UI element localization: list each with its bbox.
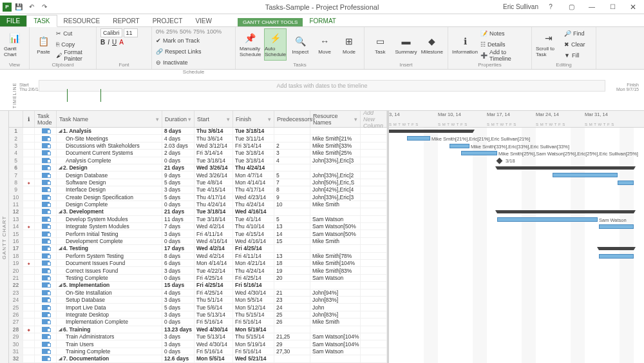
gantt-row[interactable] bbox=[389, 333, 644, 340]
task-row[interactable]: 10Create Design Specification5 daysThu 4… bbox=[9, 194, 387, 201]
gantt-chart-button[interactable]: 📊Gantt Chart bbox=[4, 28, 25, 61]
respect-links-button[interactable]: 🔗Respect Links bbox=[156, 46, 202, 57]
maximize-button[interactable]: ☐ bbox=[604, 1, 621, 14]
find-button[interactable]: 🔎Find bbox=[564, 28, 585, 39]
task-row[interactable]: 29Train Administrators3 daysTue 5/13/14T… bbox=[9, 333, 387, 340]
tab-view[interactable]: VIEW bbox=[189, 15, 218, 26]
bold-button[interactable]: B bbox=[100, 39, 105, 46]
move-button[interactable]: ↔Move bbox=[314, 28, 336, 61]
information-button[interactable]: ℹInformation bbox=[452, 28, 478, 61]
task-row[interactable]: 1◢1. Analysis8 daysThu 3/6/14Tue 3/18/14 bbox=[9, 128, 387, 135]
gantt-row[interactable] bbox=[389, 275, 644, 282]
gantt-row[interactable]: Sam Watson bbox=[389, 216, 644, 223]
task-bar[interactable] bbox=[618, 181, 634, 185]
task-bar[interactable] bbox=[599, 224, 634, 229]
summary-bar[interactable] bbox=[599, 247, 634, 250]
gantt-row[interactable] bbox=[389, 311, 644, 319]
task-row[interactable]: 16Development Complete0 daysWed 4/16/14W… bbox=[9, 238, 387, 245]
gantt-row[interactable] bbox=[389, 348, 644, 355]
qat-save-icon[interactable]: 💾 bbox=[13, 1, 24, 13]
col-duration[interactable]: Duration▾ bbox=[162, 111, 194, 127]
grid-body[interactable]: 1◢1. Analysis8 daysThu 3/6/14Tue 3/18/14… bbox=[9, 128, 387, 363]
font-color-button[interactable]: A bbox=[119, 39, 124, 46]
task-row[interactable]: 9Interface Design3 daysTue 4/15/14Thu 4/… bbox=[9, 186, 387, 193]
task-bar[interactable]: Mike Smith[25%],Sam Watson[25%],Eric[25%… bbox=[461, 151, 497, 155]
tab-report[interactable]: REPORT bbox=[106, 15, 146, 26]
gantt-row[interactable] bbox=[389, 172, 644, 179]
gantt-body[interactable]: Mike Smith[21%],Eric[21%],Eric Sullivan[… bbox=[389, 128, 644, 363]
task-bar[interactable]: Mike Smith[33%],Eric[33%],Eric Sullivan[… bbox=[450, 144, 469, 148]
summary-bar[interactable] bbox=[497, 166, 634, 170]
gantt-row[interactable] bbox=[389, 164, 644, 172]
task-bar[interactable]: Sam Watson bbox=[497, 217, 598, 222]
task-row[interactable]: 22◢5. Implementation15 daysFri 4/25/14Fr… bbox=[9, 282, 387, 289]
task-bar[interactable] bbox=[553, 173, 618, 177]
gantt-row[interactable] bbox=[389, 267, 644, 274]
task-row[interactable]: 21Testing Complete0 daysFri 4/25/14Fri 4… bbox=[9, 275, 387, 282]
cut-button[interactable]: ✂Cut bbox=[56, 28, 92, 39]
gantt-row[interactable] bbox=[389, 340, 644, 348]
gantt-row[interactable]: Mike Smith[21%],Eric[21%],Eric Sullivan[… bbox=[389, 135, 644, 142]
gantt-row[interactable] bbox=[389, 245, 644, 252]
task-row[interactable]: 3Discussions with Stakeholders2.03 daysW… bbox=[9, 142, 387, 150]
fill-button[interactable]: ▼Fill bbox=[564, 50, 585, 61]
italic-button[interactable]: I bbox=[108, 39, 109, 46]
format-painter-button[interactable]: 🖌Format Painter bbox=[56, 50, 92, 61]
task-bar[interactable]: Mike Smith[21%],Eric[21%],Eric Sullivan[… bbox=[407, 136, 430, 141]
font-size-select[interactable]: 11 bbox=[124, 28, 138, 37]
gantt-row[interactable] bbox=[389, 319, 644, 326]
gantt-row[interactable] bbox=[389, 297, 644, 304]
task-row[interactable]: 7Design Database9 daysWed 3/26/14Mon 4/7… bbox=[9, 172, 387, 179]
mark-on-track-button[interactable]: ✔Mark on Track bbox=[156, 35, 200, 46]
col-resources[interactable]: Resource Names▾ bbox=[310, 111, 361, 127]
gantt-row[interactable] bbox=[389, 238, 644, 245]
task-row[interactable]: 28⬥◢6. Training13.23 daysWed 4/30/14Mon … bbox=[9, 326, 387, 333]
task-row[interactable]: 11Design Complete0 daysThu 4/24/14Thu 4/… bbox=[9, 201, 387, 208]
col-add-new[interactable]: Add New Column bbox=[361, 111, 387, 127]
gantt-row[interactable] bbox=[389, 128, 644, 135]
task-row[interactable]: 13Develop System Modules11 daysTue 3/18/… bbox=[9, 216, 387, 223]
font-name-select[interactable]: Calibri bbox=[100, 28, 122, 37]
summary-bar[interactable] bbox=[497, 210, 634, 213]
gantt-row[interactable] bbox=[389, 194, 644, 201]
task-row[interactable]: 31Training Complete0 daysFri 5/16/14Fri … bbox=[9, 348, 387, 355]
tab-project[interactable]: PROJECT bbox=[146, 15, 189, 26]
gantt-row[interactable] bbox=[389, 304, 644, 311]
task-row[interactable]: 12◢3. Development21 daysTue 3/18/14Wed 4… bbox=[9, 208, 387, 215]
task-row[interactable]: 4Document Current Systems2 daysFri 3/14/… bbox=[9, 150, 387, 157]
gantt-row[interactable] bbox=[389, 201, 644, 208]
pct-0-button[interactable]: 0% bbox=[156, 28, 164, 35]
gantt-row[interactable] bbox=[389, 179, 644, 186]
col-rownum[interactable] bbox=[9, 111, 23, 127]
underline-button[interactable]: U bbox=[112, 39, 117, 46]
gantt-row[interactable] bbox=[389, 260, 644, 267]
qat-redo-icon[interactable]: ↷ bbox=[39, 1, 50, 13]
copy-button[interactable]: ⎘Copy bbox=[56, 39, 92, 50]
gantt-row[interactable] bbox=[389, 230, 644, 237]
task-row[interactable]: 18Perform System Testing8 daysWed 4/2/14… bbox=[9, 253, 387, 260]
tab-format[interactable]: FORMAT bbox=[303, 15, 342, 26]
task-row[interactable]: 32◢7. Documentation12.6 daysMon 5/5/14We… bbox=[9, 355, 387, 362]
user-name[interactable]: Eric Sullivan bbox=[503, 3, 538, 10]
task-row[interactable]: 23On-Site Installation4 daysFri 4/25/14W… bbox=[9, 289, 387, 297]
task-row[interactable]: 19⬥Document Issues Found6 daysMon 4/14/1… bbox=[9, 260, 387, 267]
task-row[interactable]: 15Perform Initial Testing3 daysFri 4/11/… bbox=[9, 230, 387, 237]
gantt-row[interactable] bbox=[389, 253, 644, 260]
gantt-row[interactable] bbox=[389, 223, 644, 230]
task-row[interactable]: 20Correct Issues Found3 daysTue 4/22/14T… bbox=[9, 267, 387, 274]
pct-50-button[interactable]: 50% bbox=[180, 28, 191, 35]
minimize-button[interactable]: — bbox=[583, 1, 600, 14]
task-row[interactable]: 14⬥Integrate System Modules7 daysWed 4/2… bbox=[9, 223, 387, 230]
col-predecessors[interactable]: Predecessors▾ bbox=[274, 111, 310, 127]
gantt-row[interactable] bbox=[389, 289, 644, 297]
manually-schedule-button[interactable]: 📌Manually Schedule bbox=[240, 28, 261, 61]
help-icon[interactable]: ? bbox=[542, 1, 559, 14]
task-row[interactable]: 6◢2. Design21 daysWed 3/26/14Thu 4/24/14 bbox=[9, 164, 387, 172]
task-row[interactable]: 2On-Site Meetings4 daysThu 3/6/14Tue 3/1… bbox=[9, 135, 387, 142]
col-finish[interactable]: Finish▾ bbox=[233, 111, 274, 127]
gantt-row[interactable]: Mike Smith[25%],Sam Watson[25%],Eric[25%… bbox=[389, 150, 644, 157]
task-row[interactable]: 30Train Users3 daysWed 4/30/14Mon 5/19/1… bbox=[9, 340, 387, 348]
milestone-marker[interactable] bbox=[497, 157, 503, 164]
details-button[interactable]: ☷Details bbox=[480, 39, 527, 50]
tab-file[interactable]: FILE bbox=[0, 15, 26, 26]
